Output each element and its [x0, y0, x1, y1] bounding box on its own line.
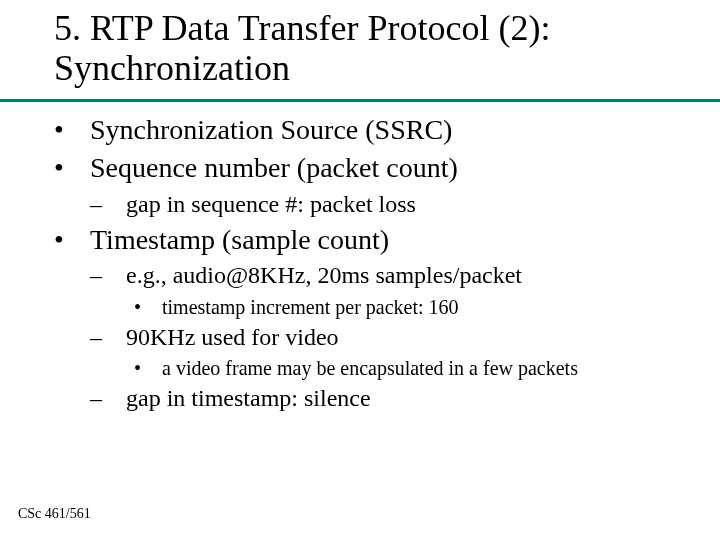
- bullet-level2: –e.g., audio@8KHz, 20ms samples/packet: [126, 260, 690, 291]
- dash-icon: –: [108, 383, 126, 414]
- footer-text: CSc 461/561: [18, 506, 91, 521]
- bullet-text: gap in timestamp: silence: [126, 385, 371, 411]
- bullet-text: Synchronization Source (SSRC): [90, 114, 452, 145]
- title-underline: [0, 99, 720, 102]
- bullet-level1: •Sequence number (packet count): [90, 150, 690, 186]
- slide: 5. RTP Data Transfer Protocol (2): Synch…: [0, 0, 720, 540]
- bullet-text: 90KHz used for video: [126, 324, 339, 350]
- title-text: 5. RTP Data Transfer Protocol (2): Synch…: [54, 8, 550, 88]
- dot-icon: •: [72, 112, 90, 148]
- dot-icon: •: [72, 150, 90, 186]
- bullet-text: e.g., audio@8KHz, 20ms samples/packet: [126, 262, 522, 288]
- bullet-level1: •Synchronization Source (SSRC): [90, 112, 690, 148]
- dash-icon: –: [108, 322, 126, 353]
- bullet-level1: •Timestamp (sample count): [90, 222, 690, 258]
- bullet-level2: –gap in sequence #: packet loss: [126, 189, 690, 220]
- bullet-text: Sequence number (packet count): [90, 152, 458, 183]
- bullet-level3: •timestamp increment per packet: 160: [162, 294, 690, 320]
- bullet-text: Timestamp (sample count): [90, 224, 389, 255]
- bullet-level3: •a video frame may be encapsulated in a …: [162, 355, 690, 381]
- bullet-text: gap in sequence #: packet loss: [126, 191, 416, 217]
- dot-icon: •: [72, 222, 90, 258]
- dash-icon: –: [108, 189, 126, 220]
- slide-title: 5. RTP Data Transfer Protocol (2): Synch…: [54, 8, 690, 89]
- footer: CSc 461/561: [18, 506, 91, 522]
- bullet-text: a video frame may be encapsulated in a f…: [162, 357, 578, 379]
- dot-icon: •: [148, 355, 162, 381]
- bullet-level2: –90KHz used for video: [126, 322, 690, 353]
- bullet-text: timestamp increment per packet: 160: [162, 296, 459, 318]
- dash-icon: –: [108, 260, 126, 291]
- dot-icon: •: [148, 294, 162, 320]
- bullet-level2: –gap in timestamp: silence: [126, 383, 690, 414]
- slide-body: •Synchronization Source (SSRC) •Sequence…: [54, 110, 690, 416]
